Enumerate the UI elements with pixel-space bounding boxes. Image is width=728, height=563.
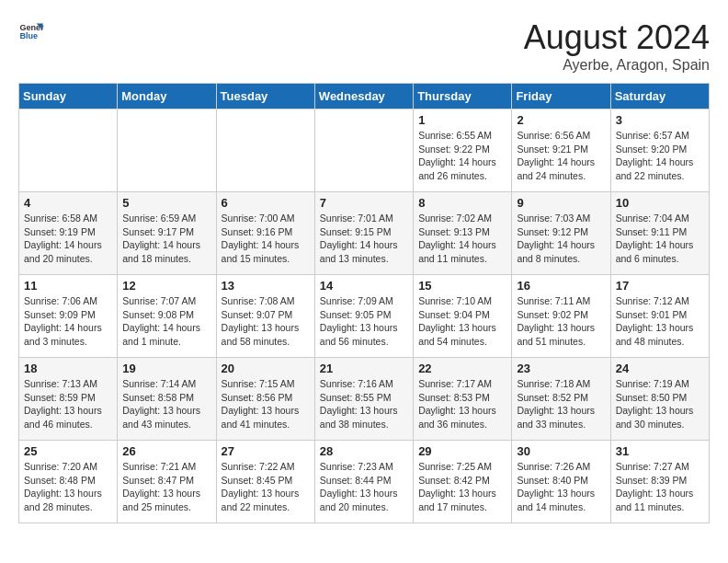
calendar-cell: 18Sunrise: 7:13 AMSunset: 8:59 PMDayligh… <box>19 358 118 441</box>
day-number: 29 <box>418 444 506 458</box>
day-info: Sunrise: 7:11 AMSunset: 9:02 PMDaylight:… <box>517 294 605 349</box>
calendar-body: 1Sunrise: 6:55 AMSunset: 9:22 PMDaylight… <box>19 109 710 523</box>
day-info: Sunrise: 7:00 AMSunset: 9:16 PMDaylight:… <box>222 212 310 266</box>
calendar-cell: 20Sunrise: 7:15 AMSunset: 8:56 PMDayligh… <box>216 358 314 441</box>
calendar-cell: 26Sunrise: 7:21 AMSunset: 8:47 PMDayligh… <box>118 441 216 523</box>
day-info: Sunrise: 7:07 AMSunset: 9:08 PMDaylight:… <box>122 294 210 349</box>
day-info: Sunrise: 6:55 AMSunset: 9:22 PMDaylight:… <box>418 129 506 183</box>
day-number: 31 <box>616 444 704 458</box>
day-info: Sunrise: 7:12 AMSunset: 9:01 PMDaylight:… <box>616 294 704 349</box>
day-number: 14 <box>320 279 408 293</box>
weekday-header-cell: Wednesday <box>314 84 413 109</box>
calendar-cell: 24Sunrise: 7:19 AMSunset: 8:50 PMDayligh… <box>610 358 709 441</box>
logo: General Blue <box>18 18 44 44</box>
day-info: Sunrise: 7:02 AMSunset: 9:13 PMDaylight:… <box>418 212 506 266</box>
day-info: Sunrise: 7:19 AMSunset: 8:50 PMDaylight:… <box>616 377 704 431</box>
calendar-cell: 13Sunrise: 7:08 AMSunset: 9:07 PMDayligh… <box>216 275 314 358</box>
day-info: Sunrise: 6:56 AMSunset: 9:21 PMDaylight:… <box>517 129 605 183</box>
calendar-week-row: 18Sunrise: 7:13 AMSunset: 8:59 PMDayligh… <box>19 358 710 441</box>
calendar-cell <box>19 109 118 192</box>
calendar-cell: 28Sunrise: 7:23 AMSunset: 8:44 PMDayligh… <box>314 441 413 523</box>
calendar-cell: 17Sunrise: 7:12 AMSunset: 9:01 PMDayligh… <box>610 275 709 358</box>
calendar-cell: 4Sunrise: 6:58 AMSunset: 9:19 PMDaylight… <box>19 192 118 275</box>
calendar-week-row: 1Sunrise: 6:55 AMSunset: 9:22 PMDaylight… <box>19 109 710 192</box>
day-number: 25 <box>24 444 112 458</box>
day-info: Sunrise: 7:14 AMSunset: 8:58 PMDaylight:… <box>122 377 210 431</box>
logo-icon: General Blue <box>18 18 44 44</box>
calendar-cell: 23Sunrise: 7:18 AMSunset: 8:52 PMDayligh… <box>512 358 610 441</box>
calendar-cell: 31Sunrise: 7:27 AMSunset: 8:39 PMDayligh… <box>610 441 709 523</box>
day-number: 9 <box>517 196 605 210</box>
calendar-cell: 15Sunrise: 7:10 AMSunset: 9:04 PMDayligh… <box>414 275 512 358</box>
day-number: 18 <box>24 362 112 375</box>
day-info: Sunrise: 7:10 AMSunset: 9:04 PMDaylight:… <box>418 294 506 349</box>
calendar-cell <box>118 109 216 192</box>
day-number: 2 <box>517 113 605 127</box>
calendar-cell: 1Sunrise: 6:55 AMSunset: 9:22 PMDaylight… <box>414 109 512 192</box>
calendar-cell: 27Sunrise: 7:22 AMSunset: 8:45 PMDayligh… <box>216 441 314 523</box>
day-number: 12 <box>122 279 210 293</box>
weekday-header-cell: Thursday <box>414 84 512 109</box>
calendar-cell: 16Sunrise: 7:11 AMSunset: 9:02 PMDayligh… <box>512 275 610 358</box>
day-info: Sunrise: 7:03 AMSunset: 9:12 PMDaylight:… <box>517 212 605 266</box>
month-year-title: August 2024 <box>524 18 710 57</box>
day-number: 3 <box>616 113 704 127</box>
day-info: Sunrise: 7:21 AMSunset: 8:47 PMDaylight:… <box>122 460 210 514</box>
calendar-cell: 11Sunrise: 7:06 AMSunset: 9:09 PMDayligh… <box>19 275 118 358</box>
day-info: Sunrise: 7:27 AMSunset: 8:39 PMDaylight:… <box>616 460 704 514</box>
day-info: Sunrise: 7:06 AMSunset: 9:09 PMDaylight:… <box>24 294 112 349</box>
calendar-week-row: 25Sunrise: 7:20 AMSunset: 8:48 PMDayligh… <box>19 441 710 523</box>
calendar-cell: 19Sunrise: 7:14 AMSunset: 8:58 PMDayligh… <box>118 358 216 441</box>
day-info: Sunrise: 7:04 AMSunset: 9:11 PMDaylight:… <box>616 212 704 266</box>
day-number: 4 <box>24 196 112 210</box>
day-info: Sunrise: 7:20 AMSunset: 8:48 PMDaylight:… <box>24 460 112 514</box>
day-info: Sunrise: 7:23 AMSunset: 8:44 PMDaylight:… <box>320 460 408 514</box>
day-number: 13 <box>222 279 310 293</box>
day-number: 23 <box>517 362 605 375</box>
calendar-cell: 30Sunrise: 7:26 AMSunset: 8:40 PMDayligh… <box>512 441 610 523</box>
day-number: 26 <box>122 444 210 458</box>
day-info: Sunrise: 7:17 AMSunset: 8:53 PMDaylight:… <box>418 377 506 431</box>
calendar-week-row: 11Sunrise: 7:06 AMSunset: 9:09 PMDayligh… <box>19 275 710 358</box>
calendar-cell <box>314 109 413 192</box>
day-number: 1 <box>418 113 506 127</box>
day-number: 22 <box>418 362 506 375</box>
title-block: August 2024 Ayerbe, Aragon, Spain <box>524 18 710 74</box>
weekday-header-cell: Tuesday <box>216 84 314 109</box>
day-number: 10 <box>616 196 704 210</box>
day-number: 6 <box>222 196 310 210</box>
day-info: Sunrise: 7:09 AMSunset: 9:05 PMDaylight:… <box>320 294 408 349</box>
calendar-week-row: 4Sunrise: 6:58 AMSunset: 9:19 PMDaylight… <box>19 192 710 275</box>
day-number: 20 <box>222 362 310 375</box>
day-number: 16 <box>517 279 605 293</box>
day-info: Sunrise: 7:08 AMSunset: 9:07 PMDaylight:… <box>222 294 310 349</box>
svg-text:Blue: Blue <box>19 31 38 40</box>
day-number: 7 <box>320 196 408 210</box>
day-number: 17 <box>616 279 704 293</box>
day-number: 27 <box>222 444 310 458</box>
day-number: 5 <box>122 196 210 210</box>
day-number: 15 <box>418 279 506 293</box>
day-info: Sunrise: 7:13 AMSunset: 8:59 PMDaylight:… <box>24 377 112 431</box>
day-number: 19 <box>122 362 210 375</box>
day-info: Sunrise: 6:57 AMSunset: 9:20 PMDaylight:… <box>616 129 704 183</box>
page-header: General Blue August 2024 Ayerbe, Aragon,… <box>18 18 710 74</box>
calendar-cell: 6Sunrise: 7:00 AMSunset: 9:16 PMDaylight… <box>216 192 314 275</box>
calendar-cell: 10Sunrise: 7:04 AMSunset: 9:11 PMDayligh… <box>610 192 709 275</box>
calendar-cell <box>216 109 314 192</box>
calendar-cell: 25Sunrise: 7:20 AMSunset: 8:48 PMDayligh… <box>19 441 118 523</box>
calendar-cell: 14Sunrise: 7:09 AMSunset: 9:05 PMDayligh… <box>314 275 413 358</box>
day-number: 28 <box>320 444 408 458</box>
day-info: Sunrise: 7:18 AMSunset: 8:52 PMDaylight:… <box>517 377 605 431</box>
day-info: Sunrise: 7:25 AMSunset: 8:42 PMDaylight:… <box>418 460 506 514</box>
calendar-cell: 8Sunrise: 7:02 AMSunset: 9:13 PMDaylight… <box>414 192 512 275</box>
day-number: 11 <box>24 279 112 293</box>
calendar-cell: 3Sunrise: 6:57 AMSunset: 9:20 PMDaylight… <box>610 109 709 192</box>
day-info: Sunrise: 7:01 AMSunset: 9:15 PMDaylight:… <box>320 212 408 266</box>
day-info: Sunrise: 6:59 AMSunset: 9:17 PMDaylight:… <box>122 212 210 266</box>
weekday-header-row: SundayMondayTuesdayWednesdayThursdayFrid… <box>19 84 710 109</box>
weekday-header-cell: Monday <box>118 84 216 109</box>
calendar-cell: 29Sunrise: 7:25 AMSunset: 8:42 PMDayligh… <box>414 441 512 523</box>
day-info: Sunrise: 7:26 AMSunset: 8:40 PMDaylight:… <box>517 460 605 514</box>
day-number: 21 <box>320 362 408 375</box>
